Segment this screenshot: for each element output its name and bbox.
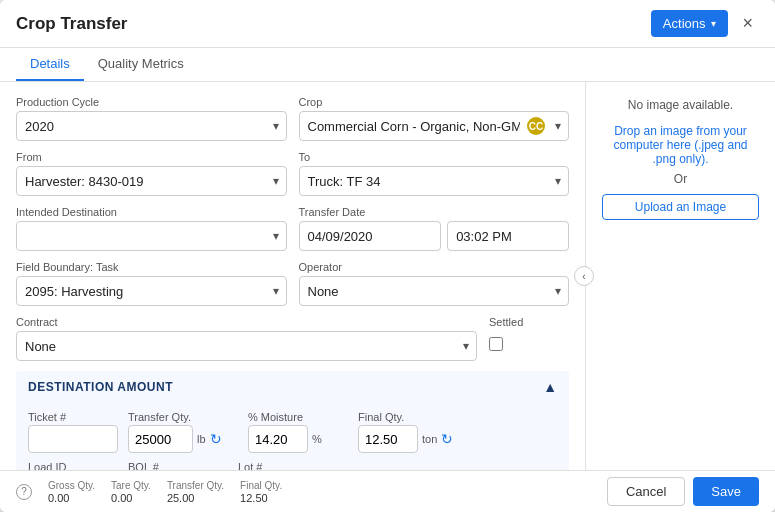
transfer-time-input[interactable] <box>447 221 569 251</box>
header-right: Actions ▾ × <box>651 10 759 37</box>
row-field-operator: Field Boundary: Task 2095: Harvesting Op… <box>16 261 569 306</box>
group-transfer-date: Transfer Date <box>299 206 570 251</box>
contract-label: Contract <box>16 316 477 328</box>
actions-label: Actions <box>663 16 706 31</box>
crop-transfer-modal: Crop Transfer Actions ▾ × Details Qualit… <box>0 0 775 512</box>
moisture-label: % Moisture <box>248 411 348 423</box>
tare-qty-label: Tare Qty. <box>111 480 151 491</box>
intended-destination-label: Intended Destination <box>16 206 287 218</box>
close-button[interactable]: × <box>736 11 759 36</box>
final-qty-refresh-button[interactable]: ↻ <box>441 431 453 447</box>
collapse-destination-icon[interactable]: ▲ <box>543 379 557 395</box>
crop-label: Crop <box>299 96 570 108</box>
operator-select-wrapper: None <box>299 276 570 306</box>
final-qty-unit: ton <box>422 433 437 445</box>
drop-text[interactable]: Drop an image from your computer here (.… <box>602 124 759 166</box>
help-icon[interactable]: ? <box>16 484 32 500</box>
settled-label: Settled <box>489 316 569 328</box>
settled-checkbox[interactable] <box>489 337 503 351</box>
field-boundary-label: Field Boundary: Task <box>16 261 287 273</box>
moisture-input-row: % <box>248 425 348 453</box>
transfer-qty-input[interactable] <box>128 425 193 453</box>
footer-transfer-qty-item: Transfer Qty. 25.00 <box>167 480 224 504</box>
final-qty-input[interactable] <box>358 425 418 453</box>
ticket-label: Ticket # <box>28 411 118 423</box>
production-cycle-select[interactable]: 2020 <box>16 111 287 141</box>
ticket-input[interactable] <box>28 425 118 453</box>
group-load-id: Load ID <box>28 461 118 470</box>
crop-badge: CC <box>527 117 545 135</box>
contract-select[interactable]: None <box>16 331 477 361</box>
group-ticket: Ticket # <box>28 411 118 453</box>
no-image-text: No image available. <box>628 98 733 112</box>
transfer-qty-refresh-button[interactable]: ↻ <box>210 431 222 447</box>
date-time-row <box>299 221 570 251</box>
or-text: Or <box>674 172 687 186</box>
actions-dropdown-arrow: ▾ <box>711 18 716 29</box>
footer-buttons: Cancel Save <box>607 477 759 506</box>
modal-body: Production Cycle 2020 Crop Commercial Co… <box>0 82 775 470</box>
row-production-crop: Production Cycle 2020 Crop Commercial Co… <box>16 96 569 141</box>
destination-section: DESTINATION AMOUNT ▲ Ticket # Transfer Q… <box>16 371 569 470</box>
dest-row-2: Load ID BOL # Lot # <box>28 461 557 470</box>
transfer-qty-input-row: lb ↻ <box>128 425 238 453</box>
group-to: To Truck: TF 34 <box>299 151 570 196</box>
group-lot: Lot # <box>238 461 338 470</box>
group-intended-destination: Intended Destination <box>16 206 287 251</box>
row-destination-date: Intended Destination Transfer Date <box>16 206 569 251</box>
intended-destination-select[interactable] <box>16 221 287 251</box>
field-boundary-select[interactable]: 2095: Harvesting <box>16 276 287 306</box>
group-final-qty: Final Qty. ton ↻ <box>358 411 468 453</box>
transfer-qty-label: Transfer Qty. <box>128 411 238 423</box>
operator-label: Operator <box>299 261 570 273</box>
modal-title: Crop Transfer <box>16 14 127 34</box>
group-contract: Contract None <box>16 316 477 361</box>
group-transfer-qty: Transfer Qty. lb ↻ <box>128 411 238 453</box>
group-field-boundary: Field Boundary: Task 2095: Harvesting <box>16 261 287 306</box>
crop-select-wrapper: Commercial Corn - Organic, Non-GMO, ... … <box>299 111 570 141</box>
save-button[interactable]: Save <box>693 477 759 506</box>
transfer-date-input[interactable] <box>299 221 442 251</box>
bol-label: BOL # <box>128 461 228 470</box>
intended-destination-select-wrapper <box>16 221 287 251</box>
destination-body: Ticket # Transfer Qty. lb ↻ <box>16 403 569 470</box>
from-select[interactable]: Harvester: 8430-019 <box>16 166 287 196</box>
tab-quality-metrics[interactable]: Quality Metrics <box>84 48 198 81</box>
to-label: To <box>299 151 570 163</box>
row-contract-settled: Contract None Settled <box>16 316 569 361</box>
final-qty-input-row: ton ↻ <box>358 425 468 453</box>
moisture-input[interactable] <box>248 425 308 453</box>
group-moisture: % Moisture % <box>248 411 348 453</box>
actions-button[interactable]: Actions ▾ <box>651 10 729 37</box>
footer-final-qty-item: Final Qty. 12.50 <box>240 480 282 504</box>
dest-row-1: Ticket # Transfer Qty. lb ↻ <box>28 411 557 453</box>
lot-label: Lot # <box>238 461 338 470</box>
operator-select[interactable]: None <box>299 276 570 306</box>
right-panel-collapse-button[interactable]: ‹ <box>574 266 594 286</box>
group-production-cycle: Production Cycle 2020 <box>16 96 287 141</box>
upload-image-button[interactable]: Upload an Image <box>602 194 759 220</box>
footer-transfer-qty-value: 25.00 <box>167 492 224 504</box>
destination-title: DESTINATION AMOUNT <box>28 380 173 394</box>
group-settled: Settled <box>489 316 569 361</box>
gross-qty-label: Gross Qty. <box>48 480 95 491</box>
footer-info: ? Gross Qty. 0.00 Tare Qty. 0.00 Transfe… <box>16 480 282 504</box>
moisture-unit: % <box>312 433 322 445</box>
group-crop: Crop Commercial Corn - Organic, Non-GMO,… <box>299 96 570 141</box>
tab-details[interactable]: Details <box>16 48 84 81</box>
gross-qty-value: 0.00 <box>48 492 95 504</box>
footer-final-qty-label: Final Qty. <box>240 480 282 491</box>
production-cycle-select-wrapper: 2020 <box>16 111 287 141</box>
contract-select-wrapper: None <box>16 331 477 361</box>
final-qty-label: Final Qty. <box>358 411 468 423</box>
modal-header: Crop Transfer Actions ▾ × <box>0 0 775 48</box>
production-cycle-label: Production Cycle <box>16 96 287 108</box>
to-select[interactable]: Truck: TF 34 <box>299 166 570 196</box>
form-section: Production Cycle 2020 Crop Commercial Co… <box>0 82 585 470</box>
footer-final-qty-value: 12.50 <box>240 492 282 504</box>
load-id-label: Load ID <box>28 461 118 470</box>
group-bol: BOL # <box>128 461 228 470</box>
from-label: From <box>16 151 287 163</box>
footer-transfer-qty-label: Transfer Qty. <box>167 480 224 491</box>
cancel-button[interactable]: Cancel <box>607 477 685 506</box>
